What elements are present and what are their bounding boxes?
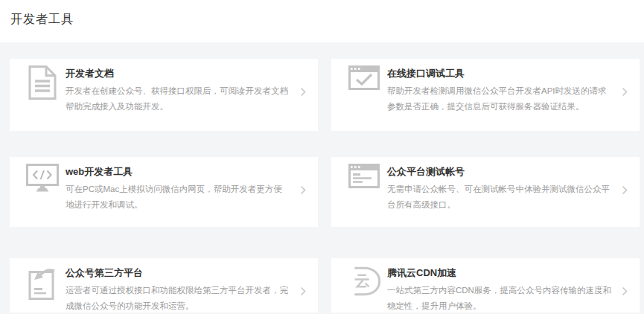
card-title: 在线接口调试工具 <box>387 67 611 80</box>
window-check-icon <box>346 65 382 103</box>
card-text: 腾讯云CDN加速 一站式第三方内容CDN服务，提高公众号内容传输的速度和稳定性，… <box>387 266 611 314</box>
document-arrow-icon <box>25 265 60 302</box>
card-title: web开发者工具 <box>66 165 290 179</box>
chevron-right-icon <box>622 86 628 96</box>
card-description: 帮助开发者检测调用微信公众平台开发者API时发送的请求参数是否正确，提交信息后可… <box>387 83 611 115</box>
card-description: 开发者在创建公众号、获得接口权限后，可阅读开发者文档帮助完成接入及功能开发。 <box>66 83 290 115</box>
card-title: 开发者文档 <box>66 67 290 80</box>
page-header: 开发者工具 <box>0 0 644 42</box>
chevron-right-icon <box>300 86 306 96</box>
card-text: 公众平台测试帐号 无需申请公众帐号、可在测试帐号中体验并测试微信公众平台所有高级… <box>387 165 611 213</box>
chevron-right-icon <box>622 185 628 194</box>
card-text: 开发者文档 开发者在创建公众号、获得接口权限后，可阅读开发者文档帮助完成接入及功… <box>66 67 290 115</box>
card-developer-docs[interactable]: 开发者文档 开发者在创建公众号、获得接口权限后，可阅读开发者文档帮助完成接入及功… <box>10 59 318 131</box>
chevron-right-icon <box>622 286 628 295</box>
card-web-devtools[interactable]: web开发者工具 可在PC或Mac上模拟访问微信内网页，帮助开发者更方便地进行开… <box>10 157 318 227</box>
card-title: 公众平台测试帐号 <box>387 165 611 179</box>
window-list-icon <box>346 164 382 201</box>
developer-tools-page: 开发者工具 开发者文档 开发者在创建公众号、获得接口权限后，可阅读开发者文档帮助… <box>0 0 644 313</box>
card-online-api-debug[interactable]: 在线接口调试工具 帮助开发者检测调用微信公众平台开发者API时发送的请求参数是否… <box>331 59 640 131</box>
card-text: 公众号第三方平台 运营者可通过授权接口和功能权限给第三方平台开发者，完成微信公众… <box>66 266 290 314</box>
document-icon <box>25 65 60 103</box>
card-test-account[interactable]: 公众平台测试帐号 无需申请公众帐号、可在测试帐号中体验并测试微信公众平台所有高级… <box>331 157 640 227</box>
tencent-cloud-icon <box>346 265 382 302</box>
chevron-right-icon <box>300 185 306 194</box>
card-title: 公众号第三方平台 <box>66 266 290 280</box>
tools-row-1: 开发者文档 开发者在创建公众号、获得接口权限后，可阅读开发者文档帮助完成接入及功… <box>10 59 640 131</box>
card-text: web开发者工具 可在PC或Mac上模拟访问微信内网页，帮助开发者更方便地进行开… <box>66 165 290 213</box>
tools-row-3: 公众号第三方平台 运营者可通过授权接口和功能权限给第三方平台开发者，完成微信公众… <box>10 258 640 313</box>
card-third-party-platform[interactable]: 公众号第三方平台 运营者可通过授权接口和功能权限给第三方平台开发者，完成微信公众… <box>10 258 318 313</box>
monitor-code-icon <box>25 164 60 201</box>
tools-grid: 开发者文档 开发者在创建公众号、获得接口权限后，可阅读开发者文档帮助完成接入及功… <box>0 59 644 313</box>
card-description: 一站式第三方内容CDN服务，提高公众号内容传输的速度和稳定性，提升用户体验。 <box>387 283 611 314</box>
tools-row-2: web开发者工具 可在PC或Mac上模拟访问微信内网页，帮助开发者更方便地进行开… <box>10 157 640 227</box>
card-tencent-cloud-cdn[interactable]: 腾讯云CDN加速 一站式第三方内容CDN服务，提高公众号内容传输的速度和稳定性，… <box>331 258 640 313</box>
card-description: 可在PC或Mac上模拟访问微信内网页，帮助开发者更方便地进行开发和调试。 <box>66 182 290 213</box>
card-description: 无需申请公众帐号、可在测试帐号中体验并测试微信公众平台所有高级接口。 <box>387 182 611 213</box>
card-text: 在线接口调试工具 帮助开发者检测调用微信公众平台开发者API时发送的请求参数是否… <box>387 67 611 115</box>
chevron-right-icon <box>300 286 306 295</box>
card-title: 腾讯云CDN加速 <box>387 266 611 280</box>
page-title: 开发者工具 <box>10 12 644 28</box>
card-description: 运营者可通过授权接口和功能权限给第三方平台开发者，完成微信公众号的功能开发和运营… <box>66 283 290 314</box>
